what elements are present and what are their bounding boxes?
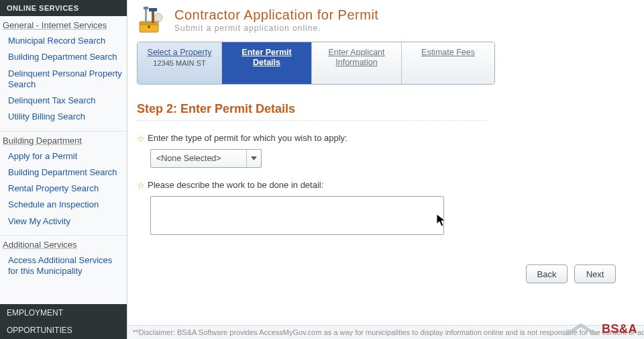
app-root: ONLINE SERVICES General - Internet Servi… xyxy=(0,0,644,339)
wizard-step-applicant-info[interactable]: Enter Applicant Information xyxy=(312,42,402,84)
back-button[interactable]: Back xyxy=(526,264,568,283)
wizard-step-permit-details[interactable]: Enter Permit Details xyxy=(222,42,312,84)
label-text: Please describe the work to be done in d… xyxy=(148,180,323,190)
section-rule xyxy=(137,120,486,121)
wizard-step-label: Enter Applicant Information xyxy=(319,48,394,68)
required-star-icon: ☆ xyxy=(137,181,145,191)
sidebar-item-schedule-inspection[interactable]: Schedule an Inspection xyxy=(8,197,123,213)
next-button[interactable]: Next xyxy=(574,264,616,283)
brand-text: BS&A xyxy=(602,322,637,336)
wizard-step-label: Select a Property xyxy=(148,48,212,58)
field-work-description: ☆Please describe the work to be done in … xyxy=(137,180,635,235)
section-heading: Step 2: Enter Permit Details xyxy=(137,102,635,116)
wizard-step-sub: 12345 MAIN ST xyxy=(153,59,205,67)
sidebar-item-rental-search[interactable]: Rental Property Search xyxy=(8,181,123,197)
main-content: Contractor Application for Permit Submit… xyxy=(127,0,644,339)
page-title: Contractor Application for Permit xyxy=(174,7,378,22)
wizard-step-select-property[interactable]: Select a Property 12345 MAIN ST xyxy=(138,42,222,84)
required-star-icon: ☆ xyxy=(137,134,145,144)
field-permit-type: ☆Enter the type of permit for which you … xyxy=(137,133,635,168)
field-label-permit-type: ☆Enter the type of permit for which you … xyxy=(137,133,635,144)
wizard-button-row: Back Next xyxy=(258,264,616,283)
sidebar-item-apply-permit[interactable]: Apply for a Permit xyxy=(8,148,123,164)
svg-rect-4 xyxy=(145,8,147,23)
chevron-down-icon xyxy=(246,150,257,167)
sidebar-list-general: Municipal Record Search Building Departm… xyxy=(0,33,127,126)
sidebar-item-municipal-record-search[interactable]: Municipal Record Search xyxy=(8,33,123,49)
sidebar-footer-line-1: EMPLOYMENT xyxy=(0,304,127,322)
sidebar-section-general: General - Internet Services xyxy=(0,16,127,32)
svg-rect-6 xyxy=(158,21,159,28)
svg-rect-1 xyxy=(140,21,158,26)
brand-logo: BS&A xyxy=(563,322,637,336)
sidebar-list-additional: Access Additional Services for this Muni… xyxy=(0,252,127,280)
page-subtitle: Submit a permit application online. xyxy=(174,23,378,33)
sidebar-list-building: Apply for a Permit Building Department S… xyxy=(0,148,127,230)
sidebar-footer: EMPLOYMENT OPPORTUNITIES xyxy=(0,304,127,339)
page-header: Contractor Application for Permit Submit… xyxy=(137,5,635,35)
sidebar-item-view-activity[interactable]: View My Activity xyxy=(8,213,123,230)
sidebar-item-delinquent-tax[interactable]: Delinquent Tax Search xyxy=(8,93,123,109)
sidebar-item-utility-billing[interactable]: Utility Billing Search xyxy=(8,109,123,125)
permit-type-select[interactable]: <None Selected> xyxy=(150,149,262,168)
toolbox-icon xyxy=(137,5,166,35)
wizard-steps: Select a Property 12345 MAIN ST Enter Pe… xyxy=(137,42,495,85)
roof-icon xyxy=(563,323,599,336)
field-label-work-description: ☆Please describe the work to be done in … xyxy=(137,180,635,191)
sidebar-item-delinquent-personal[interactable]: Delinquent Personal Property Search xyxy=(8,66,123,93)
sidebar-item-building-dept-search[interactable]: Building Department Search xyxy=(8,49,123,65)
wizard-step-label: Enter Permit Details xyxy=(229,48,305,68)
sidebar-item-additional-services[interactable]: Access Additional Services for this Muni… xyxy=(8,252,123,280)
sidebar-section-additional: Additional Services xyxy=(0,235,127,251)
work-description-textarea[interactable] xyxy=(150,196,444,235)
svg-point-5 xyxy=(154,13,162,21)
label-text: Enter the type of permit for which you w… xyxy=(148,133,347,143)
sidebar: ONLINE SERVICES General - Internet Servi… xyxy=(0,0,127,339)
sidebar-section-building: Building Department xyxy=(0,131,127,147)
select-value: <None Selected> xyxy=(156,154,221,163)
sidebar-header: ONLINE SERVICES xyxy=(0,0,127,16)
wizard-step-label: Estimate Fees xyxy=(421,48,475,58)
sidebar-footer-line-2: OPPORTUNITIES xyxy=(0,322,127,339)
sidebar-item-building-dept-search-2[interactable]: Building Department Search xyxy=(8,164,123,181)
svg-point-2 xyxy=(148,26,150,28)
wizard-step-estimate-fees[interactable]: Estimate Fees xyxy=(402,42,494,84)
